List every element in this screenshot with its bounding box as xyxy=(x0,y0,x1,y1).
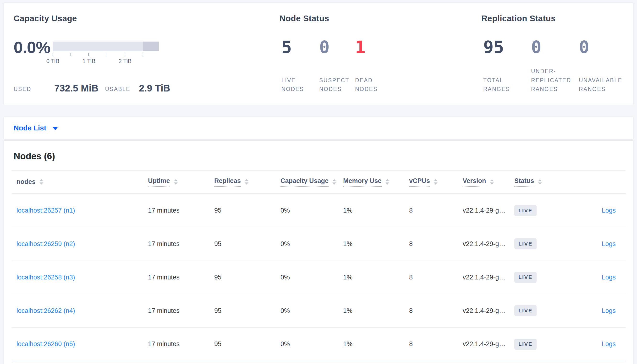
node-list-bar: Node List xyxy=(4,116,633,140)
node-link[interactable]: localhost:26262 (n4) xyxy=(17,307,75,314)
vcpus-cell: 8 xyxy=(409,227,463,260)
nodes-table: nodes Uptime Replicas Capacity Usage Mem… xyxy=(12,170,626,361)
table-row: localhost:26259 (n2) 17 minutes 95 0% 1%… xyxy=(12,227,626,260)
replicas-cell: 95 xyxy=(214,194,280,227)
capacity-used-percent: 0.0% xyxy=(14,38,50,57)
unavailable-ranges-label: UNAVAILABLE RANGES xyxy=(579,76,634,94)
used-value: 732.5 MiB xyxy=(54,83,99,94)
version-cell: v22.1.4-29-g… xyxy=(463,328,514,361)
gauge-tick-label: 1 TiB xyxy=(78,58,100,64)
node-link[interactable]: localhost:26260 (n5) xyxy=(17,340,75,348)
capacity-cell: 0% xyxy=(280,194,343,227)
gauge-tick xyxy=(71,53,71,56)
chevron-down-icon xyxy=(53,127,58,130)
logs-link[interactable]: Logs xyxy=(602,240,616,248)
version-cell: v22.1.4-29-g… xyxy=(463,194,514,227)
memory-cell: 1% xyxy=(343,294,409,328)
uptime-cell: 17 minutes xyxy=(148,194,214,227)
status-badge: LIVE xyxy=(514,205,537,216)
column-header-nodes[interactable]: nodes xyxy=(17,178,43,186)
table-header-row: nodes Uptime Replicas Capacity Usage Mem… xyxy=(12,170,626,194)
version-cell: v22.1.4-29-g… xyxy=(463,260,514,294)
vcpus-cell: 8 xyxy=(409,328,463,361)
capacity-usage-title: Capacity Usage xyxy=(14,14,77,23)
suspect-nodes-count: 0 xyxy=(319,38,330,56)
node-list-dropdown-label: Node List xyxy=(14,124,46,132)
uptime-cell: 17 minutes xyxy=(148,294,214,328)
status-badge: LIVE xyxy=(514,238,537,249)
uptime-cell: 17 minutes xyxy=(148,227,214,260)
version-cell: v22.1.4-29-g… xyxy=(463,294,514,328)
under-replicated-ranges-label: UNDER-REPLICATED RANGES xyxy=(531,67,575,94)
sort-icon xyxy=(490,179,494,185)
nodes-heading: Nodes (6) xyxy=(12,141,625,170)
uptime-cell: 17 minutes xyxy=(148,260,214,294)
memory-cell: 1% xyxy=(343,328,409,361)
column-header-status[interactable]: Status xyxy=(514,177,542,187)
node-list-dropdown[interactable]: Node List xyxy=(14,117,58,139)
status-badge: LIVE xyxy=(514,339,537,350)
replicas-cell: 95 xyxy=(214,328,280,361)
replicas-cell: 95 xyxy=(214,260,280,294)
total-ranges-label: TOTAL RANGES xyxy=(483,76,517,94)
capacity-cell: 0% xyxy=(280,260,343,294)
capacity-usage-section: Capacity Usage 0.0% 0 TiB 1 TiB 2 TiB US… xyxy=(14,3,265,104)
table-row: localhost:26258 (n3) 17 minutes 95 0% 1%… xyxy=(12,260,626,294)
sort-icon xyxy=(332,179,336,185)
node-link[interactable]: localhost:26258 (n3) xyxy=(17,274,75,281)
gauge-tick-label: 0 TiB xyxy=(42,58,64,64)
table-row: localhost:26257 (n1) 17 minutes 95 0% 1%… xyxy=(12,194,626,227)
usable-label: USABLE xyxy=(105,86,130,92)
status-badge: LIVE xyxy=(514,272,537,283)
table-row: localhost:26262 (n4) 17 minutes 95 0% 1%… xyxy=(12,294,626,328)
replicas-cell: 95 xyxy=(214,227,280,260)
dead-nodes-count: 1 xyxy=(355,38,365,56)
capacity-gauge: 0 TiB 1 TiB 2 TiB xyxy=(53,42,159,68)
sort-icon xyxy=(434,179,438,185)
replication-status-section: Replication Status 95 0 0 TOTAL RANGES U… xyxy=(481,3,634,104)
memory-cell: 1% xyxy=(343,227,409,260)
node-link[interactable]: localhost:26259 (n2) xyxy=(17,240,75,248)
column-header-version[interactable]: Version xyxy=(463,177,494,187)
replication-status-title: Replication Status xyxy=(481,14,556,23)
capacity-cell: 0% xyxy=(280,294,343,328)
gauge-tick-label: 2 TiB xyxy=(114,58,136,64)
sort-icon xyxy=(174,179,178,185)
gauge-tick xyxy=(107,53,107,56)
table-row: localhost:26260 (n5) 17 minutes 95 0% 1%… xyxy=(12,328,626,361)
column-header-uptime[interactable]: Uptime xyxy=(148,177,178,187)
column-header-capacity-usage[interactable]: Capacity Usage xyxy=(280,177,336,187)
node-link[interactable]: localhost:26257 (n1) xyxy=(17,207,75,214)
total-ranges-count: 95 xyxy=(483,38,504,56)
gauge-tick xyxy=(143,53,143,56)
uptime-cell: 17 minutes xyxy=(148,328,214,361)
capacity-cell: 0% xyxy=(280,227,343,260)
live-nodes-label: LIVE NODES xyxy=(281,76,308,94)
column-header-vcpus[interactable]: vCPUs xyxy=(409,177,438,187)
replicas-cell: 95 xyxy=(214,294,280,328)
node-status-section: Node Status 5 0 1 LIVE NODES SUSPECT NOD… xyxy=(279,3,461,104)
logs-link[interactable]: Logs xyxy=(602,307,616,314)
usable-value: 2.9 TiB xyxy=(139,83,170,94)
used-label: USED xyxy=(14,86,31,92)
sort-icon xyxy=(538,179,542,185)
capacity-gauge-track xyxy=(53,42,159,51)
capacity-cell: 0% xyxy=(280,328,343,361)
capacity-gauge-track-end xyxy=(143,42,159,51)
cluster-summary-panel: Capacity Usage 0.0% 0 TiB 1 TiB 2 TiB US… xyxy=(4,3,633,105)
logs-link[interactable]: Logs xyxy=(602,207,616,214)
gauge-tick xyxy=(125,53,125,56)
logs-link[interactable]: Logs xyxy=(602,274,616,281)
capacity-legend: USED 732.5 MiB USABLE 2.9 TiB xyxy=(14,83,170,94)
version-cell: v22.1.4-29-g… xyxy=(463,227,514,260)
unavailable-ranges-count: 0 xyxy=(579,38,589,56)
logs-link[interactable]: Logs xyxy=(602,340,616,348)
status-badge: LIVE xyxy=(514,305,537,316)
vcpus-cell: 8 xyxy=(409,260,463,294)
node-status-title: Node Status xyxy=(279,14,329,23)
suspect-nodes-label: SUSPECT NODES xyxy=(319,76,353,94)
column-header-replicas[interactable]: Replicas xyxy=(214,177,248,187)
under-replicated-ranges-count: 0 xyxy=(531,38,541,56)
memory-cell: 1% xyxy=(343,194,409,227)
column-header-memory-use[interactable]: Memory Use xyxy=(343,177,389,187)
